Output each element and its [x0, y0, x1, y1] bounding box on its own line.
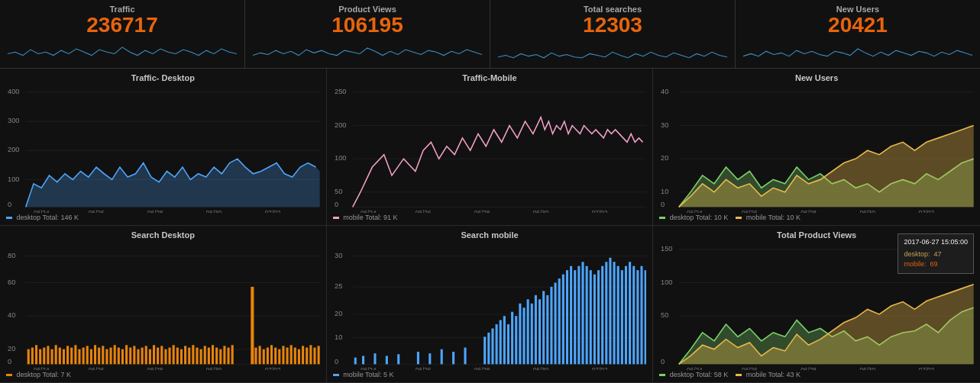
- stat-value-product-views: 106195: [253, 14, 482, 37]
- svg-text:20: 20: [335, 309, 342, 317]
- svg-text:06/24: 06/24: [34, 366, 50, 370]
- svg-text:25: 25: [335, 282, 342, 290]
- svg-rect-74: [90, 349, 92, 365]
- svg-rect-122: [294, 348, 296, 365]
- svg-marker-10: [26, 159, 320, 207]
- svg-rect-181: [589, 270, 591, 364]
- svg-rect-190: [625, 266, 627, 365]
- svg-rect-128: [318, 346, 320, 364]
- svg-rect-187: [613, 262, 615, 364]
- svg-rect-145: [362, 356, 364, 364]
- svg-text:06/30: 06/30: [860, 366, 876, 370]
- chart-title-search-mobile: Search mobile: [333, 229, 647, 241]
- svg-rect-171: [550, 287, 552, 364]
- legend-label-tpv-mobile: mobile Total: 43 K: [746, 371, 800, 378]
- legend-traffic-mobile: mobile Total: 91 K: [333, 214, 398, 221]
- legend-label-tpv-desktop: desktop Total: 58 K: [670, 371, 728, 378]
- svg-rect-63: [47, 346, 49, 364]
- chart-new-users: New Users 40 30 20 10 0 06/24 06/: [653, 69, 980, 226]
- svg-rect-66: [59, 348, 61, 365]
- svg-text:07/02: 07/02: [919, 209, 935, 213]
- legend-dot-nu-mobile: [736, 217, 742, 219]
- svg-text:250: 250: [335, 87, 346, 95]
- svg-text:400: 400: [8, 87, 19, 95]
- svg-rect-117: [274, 348, 277, 365]
- svg-text:30: 30: [661, 120, 668, 128]
- stat-card-searches: Total searches 12303: [490, 0, 736, 68]
- chart-footer-search-mobile: mobile Total: 5 K: [333, 370, 647, 379]
- svg-text:0: 0: [8, 200, 11, 208]
- stat-value-searches: 12303: [498, 14, 727, 37]
- svg-rect-151: [440, 349, 442, 365]
- svg-text:0: 0: [335, 357, 338, 365]
- svg-text:50: 50: [335, 187, 342, 195]
- svg-text:06/28: 06/28: [147, 366, 163, 370]
- svg-rect-93: [164, 349, 167, 365]
- chart-title-new-users: New Users: [659, 72, 974, 84]
- svg-rect-67: [63, 349, 65, 365]
- svg-rect-144: [354, 358, 356, 365]
- svg-rect-73: [86, 346, 89, 364]
- svg-rect-167: [535, 295, 537, 364]
- svg-rect-163: [519, 304, 521, 365]
- svg-rect-168: [539, 299, 541, 364]
- svg-rect-75: [94, 345, 96, 364]
- svg-text:06/30: 06/30: [206, 366, 222, 370]
- svg-rect-162: [515, 316, 517, 364]
- svg-rect-177: [574, 270, 576, 364]
- svg-text:0: 0: [661, 200, 665, 208]
- svg-rect-102: [200, 349, 202, 365]
- legend-dot-nu-desktop: [659, 217, 665, 219]
- svg-rect-85: [133, 346, 135, 364]
- svg-marker-42: [679, 126, 974, 208]
- stat-value-traffic: 236717: [8, 14, 237, 37]
- svg-rect-146: [374, 353, 376, 364]
- svg-text:06/24: 06/24: [687, 209, 703, 213]
- svg-rect-164: [522, 307, 525, 364]
- svg-rect-160: [507, 324, 509, 364]
- svg-text:10: 10: [661, 187, 668, 195]
- svg-text:06/30: 06/30: [532, 209, 548, 213]
- svg-rect-108: [223, 346, 225, 364]
- top-stats-bar: Traffic 236717 Product Views 106195 Tota…: [0, 0, 980, 69]
- chart-svg-total-product-views: 150 100 50 0 06/24 06/26 06/28 06/30 07/…: [659, 241, 974, 370]
- chart-title-search-desktop: Search Desktop: [6, 229, 320, 241]
- svg-text:06/26: 06/26: [415, 209, 431, 213]
- svg-rect-170: [546, 295, 548, 364]
- svg-rect-62: [43, 348, 45, 365]
- svg-rect-71: [78, 349, 80, 365]
- chart-traffic-mobile: Traffic-Mobile 250 200 100 50 0 06/24 06…: [327, 69, 654, 226]
- svg-rect-174: [561, 275, 564, 365]
- svg-rect-166: [530, 304, 532, 365]
- svg-rect-182: [593, 275, 596, 365]
- svg-text:0: 0: [8, 357, 11, 365]
- chart-footer-search-desktop: desktop Total: 7 K: [6, 370, 320, 379]
- svg-text:06/26: 06/26: [89, 209, 105, 213]
- svg-rect-84: [129, 348, 131, 365]
- svg-rect-159: [503, 316, 505, 364]
- legend-new-users-desktop: desktop Total: 10 K: [659, 214, 728, 221]
- svg-rect-183: [597, 270, 600, 364]
- svg-text:30: 30: [335, 251, 342, 259]
- chart-area-search-desktop: 80 60 40 20 0: [6, 241, 320, 370]
- svg-rect-76: [98, 348, 100, 365]
- svg-text:06/24: 06/24: [687, 366, 703, 370]
- svg-rect-150: [429, 353, 431, 364]
- svg-rect-88: [145, 346, 147, 364]
- svg-text:06/26: 06/26: [415, 366, 431, 370]
- svg-text:100: 100: [335, 153, 346, 162]
- svg-text:200: 200: [335, 120, 346, 128]
- svg-rect-185: [605, 262, 607, 364]
- chart-search-mobile: Search mobile 30 25 20 10 0: [327, 226, 654, 383]
- svg-rect-184: [601, 266, 603, 365]
- svg-rect-111: [251, 287, 254, 364]
- svg-text:06/28: 06/28: [801, 209, 817, 213]
- legend-new-users-mobile: mobile Total: 10 K: [736, 214, 800, 221]
- sparkline-traffic: [8, 37, 237, 60]
- svg-rect-155: [487, 333, 490, 364]
- svg-rect-78: [105, 349, 108, 365]
- svg-text:200: 200: [8, 145, 19, 153]
- svg-rect-124: [302, 346, 304, 364]
- svg-text:07/02: 07/02: [265, 366, 281, 370]
- svg-rect-149: [417, 352, 419, 364]
